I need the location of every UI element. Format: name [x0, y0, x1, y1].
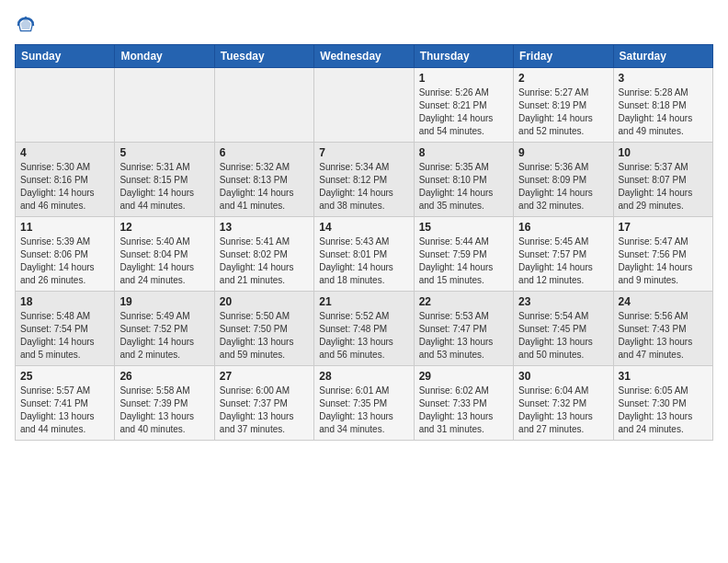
- weekday-header-saturday: Saturday: [613, 45, 712, 68]
- day-info: Sunrise: 5:39 AM Sunset: 8:06 PM Dayligh…: [20, 236, 109, 287]
- day-number: 1: [419, 72, 508, 85]
- day-info: Sunrise: 5:48 AM Sunset: 7:54 PM Dayligh…: [20, 310, 109, 362]
- day-info: Sunrise: 5:45 AM Sunset: 7:57 PM Dayligh…: [518, 236, 608, 287]
- day-info: Sunrise: 5:32 AM Sunset: 8:13 PM Dayligh…: [220, 161, 309, 213]
- day-number: 23: [518, 295, 608, 308]
- day-info: Sunrise: 5:41 AM Sunset: 8:02 PM Dayligh…: [220, 236, 309, 287]
- calendar-cell: 7Sunrise: 5:34 AM Sunset: 8:12 PM Daylig…: [314, 143, 414, 217]
- calendar-cell: 13Sunrise: 5:41 AM Sunset: 8:02 PM Dayli…: [214, 217, 313, 292]
- day-info: Sunrise: 5:27 AM Sunset: 8:19 PM Dayligh…: [518, 86, 608, 138]
- calendar-cell: 24Sunrise: 5:56 AM Sunset: 7:43 PM Dayli…: [613, 292, 712, 366]
- day-info: Sunrise: 5:57 AM Sunset: 7:41 PM Dayligh…: [20, 385, 109, 436]
- weekday-header-friday: Friday: [514, 45, 613, 68]
- day-info: Sunrise: 5:50 AM Sunset: 7:50 PM Dayligh…: [220, 310, 309, 362]
- day-number: 10: [619, 146, 708, 159]
- day-info: Sunrise: 5:40 AM Sunset: 8:04 PM Dayligh…: [119, 236, 209, 287]
- calendar-cell: [314, 68, 414, 143]
- day-number: 29: [419, 370, 508, 383]
- calendar-cell: 27Sunrise: 6:00 AM Sunset: 7:37 PM Dayli…: [214, 366, 313, 441]
- day-number: 9: [518, 146, 608, 159]
- weekday-header-thursday: Thursday: [414, 45, 513, 68]
- calendar-cell: 23Sunrise: 5:54 AM Sunset: 7:45 PM Dayli…: [514, 292, 613, 366]
- day-info: Sunrise: 6:04 AM Sunset: 7:32 PM Dayligh…: [518, 385, 608, 436]
- day-number: 13: [220, 221, 309, 234]
- day-number: 27: [220, 370, 309, 383]
- weekday-header-tuesday: Tuesday: [214, 45, 313, 68]
- day-number: 6: [220, 146, 309, 159]
- weekday-header-row: SundayMondayTuesdayWednesdayThursdayFrid…: [16, 45, 713, 68]
- day-number: 19: [119, 295, 209, 308]
- day-info: Sunrise: 5:35 AM Sunset: 8:10 PM Dayligh…: [419, 161, 508, 213]
- day-number: 28: [319, 370, 408, 383]
- calendar-cell: 30Sunrise: 6:04 AM Sunset: 7:32 PM Dayli…: [514, 366, 613, 441]
- day-number: 24: [619, 295, 708, 308]
- day-number: 16: [518, 221, 608, 234]
- weekday-header-monday: Monday: [115, 45, 214, 68]
- week-row-5: 25Sunrise: 5:57 AM Sunset: 7:41 PM Dayli…: [16, 366, 713, 441]
- day-number: 5: [119, 146, 209, 159]
- day-info: Sunrise: 6:02 AM Sunset: 7:33 PM Dayligh…: [419, 385, 508, 436]
- week-row-4: 18Sunrise: 5:48 AM Sunset: 7:54 PM Dayli…: [16, 292, 713, 366]
- calendar-cell: 14Sunrise: 5:43 AM Sunset: 8:01 PM Dayli…: [314, 217, 414, 292]
- day-info: Sunrise: 5:26 AM Sunset: 8:21 PM Dayligh…: [419, 86, 508, 138]
- calendar-cell: [115, 68, 214, 143]
- calendar-cell: 6Sunrise: 5:32 AM Sunset: 8:13 PM Daylig…: [214, 143, 313, 217]
- logo-icon: [15, 15, 37, 37]
- day-number: 31: [619, 370, 708, 383]
- day-info: Sunrise: 5:30 AM Sunset: 8:16 PM Dayligh…: [20, 161, 109, 213]
- day-number: 20: [220, 295, 309, 308]
- calendar-cell: [214, 68, 313, 143]
- calendar-cell: 11Sunrise: 5:39 AM Sunset: 8:06 PM Dayli…: [16, 217, 115, 292]
- day-number: 11: [20, 221, 109, 234]
- calendar-cell: 3Sunrise: 5:28 AM Sunset: 8:18 PM Daylig…: [613, 68, 712, 143]
- calendar-cell: 16Sunrise: 5:45 AM Sunset: 7:57 PM Dayli…: [514, 217, 613, 292]
- calendar-cell: 10Sunrise: 5:37 AM Sunset: 8:07 PM Dayli…: [613, 143, 712, 217]
- day-info: Sunrise: 5:36 AM Sunset: 8:09 PM Dayligh…: [518, 161, 608, 213]
- calendar-cell: 31Sunrise: 6:05 AM Sunset: 7:30 PM Dayli…: [613, 366, 712, 441]
- day-number: 26: [119, 370, 209, 383]
- calendar-cell: 17Sunrise: 5:47 AM Sunset: 7:56 PM Dayli…: [613, 217, 712, 292]
- day-info: Sunrise: 5:53 AM Sunset: 7:47 PM Dayligh…: [419, 310, 508, 362]
- weekday-header-wednesday: Wednesday: [314, 45, 414, 68]
- calendar-cell: 21Sunrise: 5:52 AM Sunset: 7:48 PM Dayli…: [314, 292, 414, 366]
- calendar-cell: 18Sunrise: 5:48 AM Sunset: 7:54 PM Dayli…: [16, 292, 115, 366]
- day-number: 22: [419, 295, 508, 308]
- day-info: Sunrise: 5:28 AM Sunset: 8:18 PM Dayligh…: [619, 86, 708, 138]
- calendar-table: SundayMondayTuesdayWednesdayThursdayFrid…: [15, 44, 713, 441]
- calendar-cell: 25Sunrise: 5:57 AM Sunset: 7:41 PM Dayli…: [16, 366, 115, 441]
- day-number: 3: [619, 72, 708, 85]
- day-number: 21: [319, 295, 408, 308]
- day-number: 14: [319, 221, 408, 234]
- day-info: Sunrise: 5:37 AM Sunset: 8:07 PM Dayligh…: [619, 161, 708, 213]
- calendar-cell: 12Sunrise: 5:40 AM Sunset: 8:04 PM Dayli…: [115, 217, 214, 292]
- day-number: 2: [518, 72, 608, 85]
- calendar-cell: 22Sunrise: 5:53 AM Sunset: 7:47 PM Dayli…: [414, 292, 513, 366]
- day-info: Sunrise: 5:54 AM Sunset: 7:45 PM Dayligh…: [518, 310, 608, 362]
- calendar-cell: 20Sunrise: 5:50 AM Sunset: 7:50 PM Dayli…: [214, 292, 313, 366]
- calendar-cell: 15Sunrise: 5:44 AM Sunset: 7:59 PM Dayli…: [414, 217, 513, 292]
- calendar-cell: [16, 68, 115, 143]
- day-number: 30: [518, 370, 608, 383]
- day-info: Sunrise: 6:00 AM Sunset: 7:37 PM Dayligh…: [220, 385, 309, 436]
- day-info: Sunrise: 5:47 AM Sunset: 7:56 PM Dayligh…: [619, 236, 708, 287]
- weekday-header-sunday: Sunday: [16, 45, 115, 68]
- day-number: 18: [20, 295, 109, 308]
- day-info: Sunrise: 5:52 AM Sunset: 7:48 PM Dayligh…: [319, 310, 408, 362]
- calendar-cell: 29Sunrise: 6:02 AM Sunset: 7:33 PM Dayli…: [414, 366, 513, 441]
- calendar-cell: 1Sunrise: 5:26 AM Sunset: 8:21 PM Daylig…: [414, 68, 513, 143]
- day-info: Sunrise: 5:31 AM Sunset: 8:15 PM Dayligh…: [119, 161, 209, 213]
- page-header: [15, 15, 713, 37]
- week-row-3: 11Sunrise: 5:39 AM Sunset: 8:06 PM Dayli…: [16, 217, 713, 292]
- day-number: 25: [20, 370, 109, 383]
- calendar-cell: 19Sunrise: 5:49 AM Sunset: 7:52 PM Dayli…: [115, 292, 214, 366]
- day-info: Sunrise: 6:05 AM Sunset: 7:30 PM Dayligh…: [619, 385, 708, 436]
- week-row-1: 1Sunrise: 5:26 AM Sunset: 8:21 PM Daylig…: [16, 68, 713, 143]
- day-number: 12: [119, 221, 209, 234]
- day-info: Sunrise: 5:44 AM Sunset: 7:59 PM Dayligh…: [419, 236, 508, 287]
- calendar-cell: 5Sunrise: 5:31 AM Sunset: 8:15 PM Daylig…: [115, 143, 214, 217]
- calendar-cell: 9Sunrise: 5:36 AM Sunset: 8:09 PM Daylig…: [514, 143, 613, 217]
- calendar-cell: 2Sunrise: 5:27 AM Sunset: 8:19 PM Daylig…: [514, 68, 613, 143]
- week-row-2: 4Sunrise: 5:30 AM Sunset: 8:16 PM Daylig…: [16, 143, 713, 217]
- day-number: 17: [619, 221, 708, 234]
- day-info: Sunrise: 5:49 AM Sunset: 7:52 PM Dayligh…: [119, 310, 209, 362]
